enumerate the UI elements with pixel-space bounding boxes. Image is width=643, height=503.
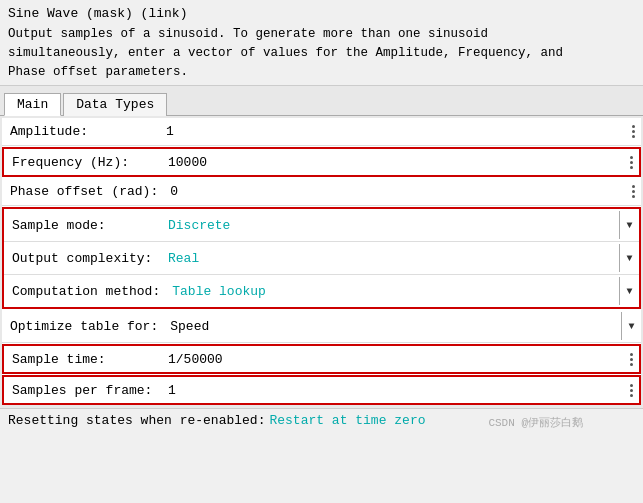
frequency-label: Frequency (Hz): — [4, 153, 164, 172]
watermark: CSDN @伊丽莎白鹅 — [488, 415, 583, 430]
desc-line2: simultaneously, enter a vector of values… — [8, 46, 563, 60]
computation-method-row: Computation method: Table lookup ▼ — [4, 275, 639, 307]
computation-label: Computation method: — [4, 282, 168, 301]
sample-mode-value: Discrete — [164, 216, 619, 235]
output-complexity-row: Output complexity: Real ▼ — [4, 242, 639, 275]
sample-time-label: Sample time: — [4, 350, 164, 369]
samples-frame-value: 1 — [164, 381, 623, 400]
samples-frame-border: Samples per frame: 1 — [2, 375, 641, 405]
sample-mode-label: Sample mode: — [4, 216, 164, 235]
output-complexity-label: Output complexity: — [4, 249, 164, 268]
window-title: Sine Wave (mask) (link) — [8, 6, 635, 21]
sample-mode-dropdown[interactable]: ▼ — [619, 211, 639, 239]
frequency-menu[interactable] — [623, 156, 639, 169]
title-text: Sine Wave (mask) (link) — [8, 6, 187, 21]
phase-value: 0 — [166, 182, 625, 201]
samples-frame-row: Samples per frame: 1 — [4, 377, 639, 403]
sample-mode-row: Sample mode: Discrete ▼ — [4, 209, 639, 242]
resetting-label: Resetting states when re-enabled: — [8, 413, 265, 428]
amplitude-row: Amplitude: 1 — [2, 118, 641, 146]
phase-label: Phase offset (rad): — [2, 182, 166, 201]
description: Output samples of a sinusoid. To generat… — [8, 25, 635, 81]
amplitude-menu[interactable] — [625, 125, 641, 138]
frequency-row: Frequency (Hz): 10000 — [4, 149, 639, 175]
sample-time-menu[interactable] — [623, 353, 639, 366]
tab-data-types[interactable]: Data Types — [63, 93, 167, 116]
desc-line3: Phase offset parameters. — [8, 65, 188, 79]
optimize-dropdown[interactable]: ▼ — [621, 312, 641, 340]
samples-frame-menu[interactable] — [623, 384, 639, 397]
amplitude-value: 1 — [162, 122, 625, 141]
top-header: Sine Wave (mask) (link) Output samples o… — [0, 0, 643, 432]
desc-line1: Output samples of a sinusoid. To generat… — [8, 27, 488, 41]
sample-time-row: Sample time: 1/50000 — [4, 346, 639, 372]
tab-main[interactable]: Main — [4, 93, 61, 116]
params-inner: Amplitude: 1 Frequency (Hz): 10000 Pha — [2, 118, 641, 405]
optimize-table-row: Optimize table for: Speed ▼ — [2, 310, 641, 343]
params-container: Amplitude: 1 Frequency (Hz): 10000 Pha — [0, 116, 643, 408]
tabs-bar: Main Data Types — [0, 86, 643, 116]
resetting-value: Restart at time zero — [269, 413, 425, 428]
resetting-area: Resetting states when re-enabled: Restar… — [0, 408, 643, 432]
discrete-group-border: Sample mode: Discrete ▼ Output complexit… — [2, 207, 641, 309]
computation-dropdown[interactable]: ▼ — [619, 277, 639, 305]
computation-value: Table lookup — [168, 282, 619, 301]
sample-time-border: Sample time: 1/50000 — [2, 344, 641, 374]
samples-frame-label: Samples per frame: — [4, 381, 164, 400]
phase-menu[interactable] — [625, 185, 641, 198]
frequency-border: Frequency (Hz): 10000 — [2, 147, 641, 177]
output-complexity-value: Real — [164, 249, 619, 268]
frequency-value: 10000 — [164, 153, 623, 172]
sample-time-value: 1/50000 — [164, 350, 623, 369]
optimize-label: Optimize table for: — [2, 317, 166, 336]
amplitude-label: Amplitude: — [2, 122, 162, 141]
optimize-value: Speed — [166, 317, 621, 336]
phase-offset-row: Phase offset (rad): 0 — [2, 178, 641, 206]
output-complexity-dropdown[interactable]: ▼ — [619, 244, 639, 272]
